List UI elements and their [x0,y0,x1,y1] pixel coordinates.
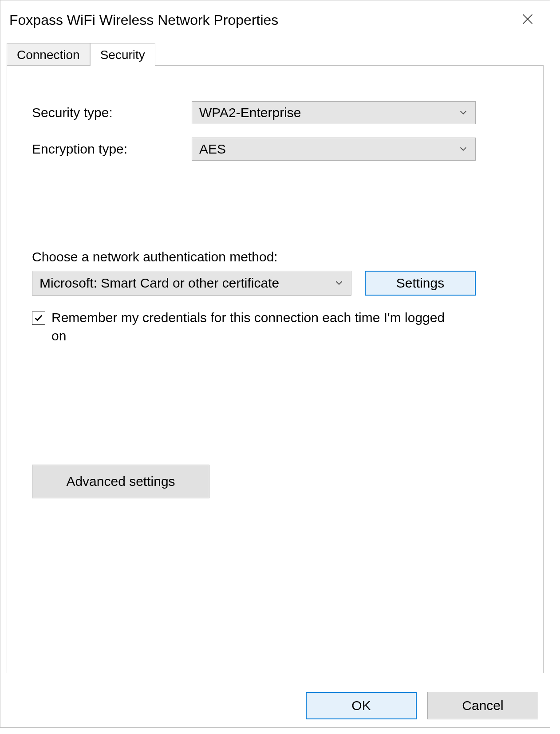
remember-credentials-checkbox[interactable] [32,312,45,325]
close-icon [521,13,534,27]
tab-security[interactable]: Security [90,43,155,66]
chevron-down-icon [334,276,344,291]
encryption-type-select[interactable]: AES [192,138,476,161]
encryption-type-value: AES [199,142,226,157]
security-type-row: Security type: WPA2-Enterprise [32,101,518,124]
auth-settings-button[interactable]: Settings [365,271,476,296]
advanced-settings-button[interactable]: Advanced settings [32,465,209,498]
auth-method-value: Microsoft: Smart Card or other certifica… [39,276,279,291]
auth-method-row: Microsoft: Smart Card or other certifica… [32,271,518,296]
tab-connection[interactable]: Connection [7,43,90,66]
remember-credentials-label: Remember my credentials for this connect… [51,309,454,345]
titlebar: Foxpass WiFi Wireless Network Properties [0,0,550,39]
security-type-value: WPA2-Enterprise [199,105,301,120]
cancel-button[interactable]: Cancel [427,692,538,719]
encryption-type-label: Encryption type: [32,142,192,157]
chevron-down-icon [458,105,468,120]
auth-method-select[interactable]: Microsoft: Smart Card or other certifica… [32,271,351,296]
window-title: Foxpass WiFi Wireless Network Properties [9,12,278,28]
dialog-buttons: OK Cancel [306,692,538,719]
encryption-type-row: Encryption type: AES [32,138,518,161]
checkmark-icon [34,309,43,328]
tabs-area: Connection Security Security type: WPA2-… [0,39,550,673]
ok-button[interactable]: OK [306,692,417,719]
properties-dialog: Foxpass WiFi Wireless Network Properties… [0,0,550,728]
close-button[interactable] [514,7,541,33]
tabpanel-security: Security type: WPA2-Enterprise Encryptio… [7,65,544,673]
auth-method-label: Choose a network authentication method: [32,249,518,264]
security-type-label: Security type: [32,105,192,120]
remember-credentials-row: Remember my credentials for this connect… [32,309,454,345]
security-type-select[interactable]: WPA2-Enterprise [192,101,476,124]
tabstrip: Connection Security [7,39,544,65]
chevron-down-icon [458,142,468,157]
